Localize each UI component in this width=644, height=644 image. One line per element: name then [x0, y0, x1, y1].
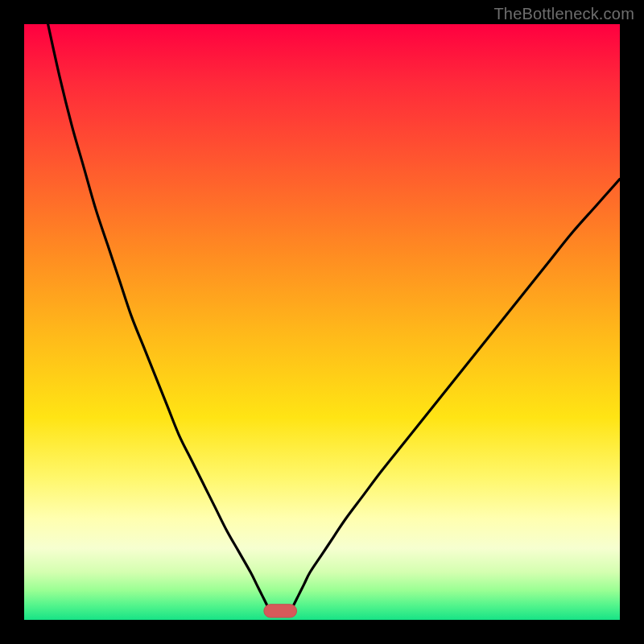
outer-frame: TheBottleneck.com: [0, 0, 644, 644]
optimal-marker: [264, 605, 297, 617]
watermark-text: TheBottleneck.com: [493, 5, 634, 23]
chart-svg: [24, 24, 620, 620]
gradient-background: [24, 24, 620, 620]
plot-area: [24, 24, 620, 620]
